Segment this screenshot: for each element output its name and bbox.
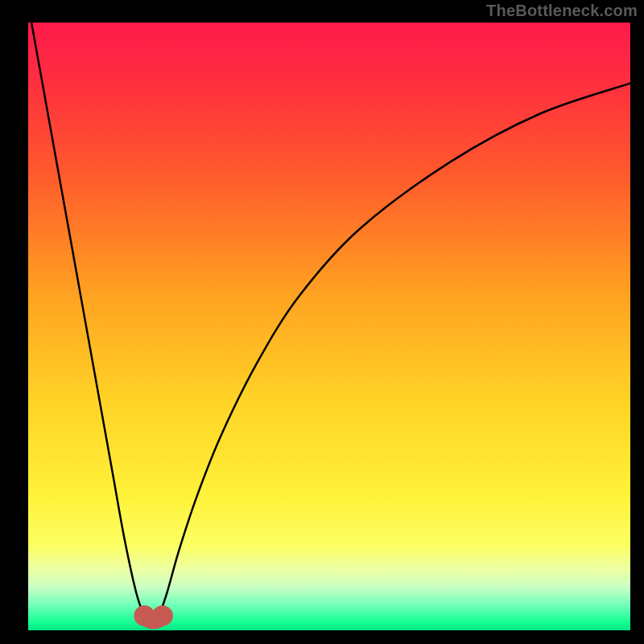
chart-frame: TheBottleneck.com [0, 0, 644, 644]
watermark-text: TheBottleneck.com [486, 2, 638, 20]
optimal-left-marker [134, 605, 155, 626]
optimal-right-marker [152, 605, 173, 626]
bottleneck-plot [28, 23, 630, 630]
